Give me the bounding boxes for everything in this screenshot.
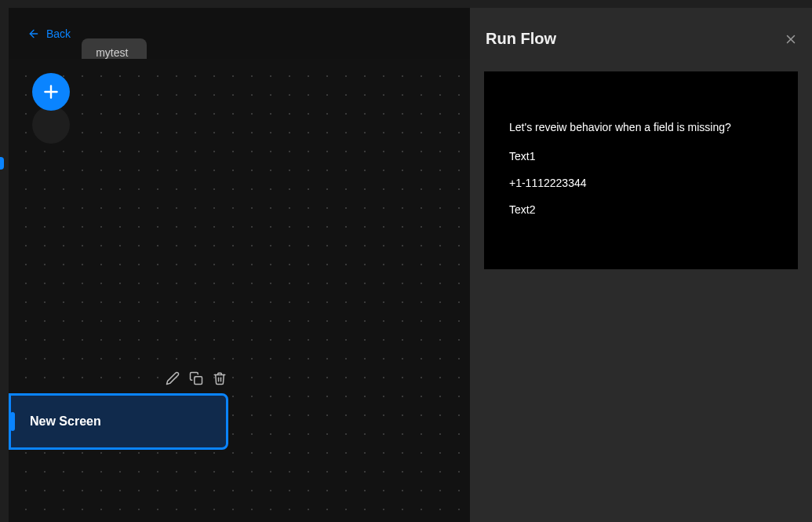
left-rail-active-indicator	[0, 157, 4, 170]
flow-preview: Let's reveiw behavior when a field is mi…	[484, 71, 798, 269]
top-bar	[0, 0, 812, 8]
back-button-label: Back	[46, 27, 71, 40]
close-button[interactable]	[784, 32, 798, 46]
delete-button[interactable]	[213, 371, 227, 385]
preview-line: Text1	[509, 150, 773, 162]
flow-canvas[interactable]: New Screen	[9, 59, 470, 522]
plus-icon	[41, 82, 61, 102]
back-button[interactable]: Back	[27, 27, 71, 40]
node-handle[interactable]	[10, 412, 15, 431]
preview-line: Text2	[509, 203, 773, 216]
run-flow-panel: Run Flow Let's reveiw behavior when a fi…	[470, 8, 812, 522]
trash-icon	[213, 371, 227, 385]
close-icon	[784, 32, 798, 46]
pencil-icon	[166, 371, 180, 385]
node-toolbar	[166, 371, 227, 385]
panel-title: Run Flow	[486, 30, 556, 48]
node-new-screen[interactable]: New Screen	[9, 393, 228, 450]
edit-button[interactable]	[166, 371, 180, 385]
add-node-button[interactable]	[32, 73, 70, 111]
svg-rect-3	[195, 377, 202, 385]
fab-ghost	[32, 106, 70, 144]
editor-header: Back mytest	[9, 8, 470, 59]
node-label: New Screen	[30, 414, 101, 429]
copy-icon	[189, 371, 203, 385]
preview-line: +1-1112223344	[509, 177, 773, 189]
tab-label: mytest	[96, 46, 128, 59]
preview-heading: Let's reveiw behavior when a field is mi…	[509, 120, 773, 136]
left-rail	[0, 8, 9, 522]
duplicate-button[interactable]	[189, 371, 203, 385]
arrow-left-icon	[27, 27, 40, 40]
